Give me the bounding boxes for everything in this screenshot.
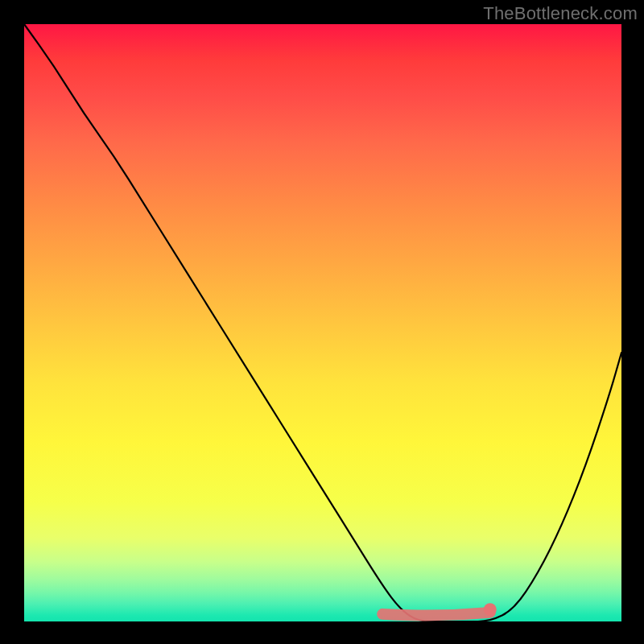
chart-overlay — [24, 24, 621, 621]
optimal-band — [382, 613, 490, 616]
optimal-dot — [484, 603, 497, 616]
bottleneck-curve — [24, 24, 621, 621]
watermark-text: TheBottleneck.com — [483, 3, 638, 24]
